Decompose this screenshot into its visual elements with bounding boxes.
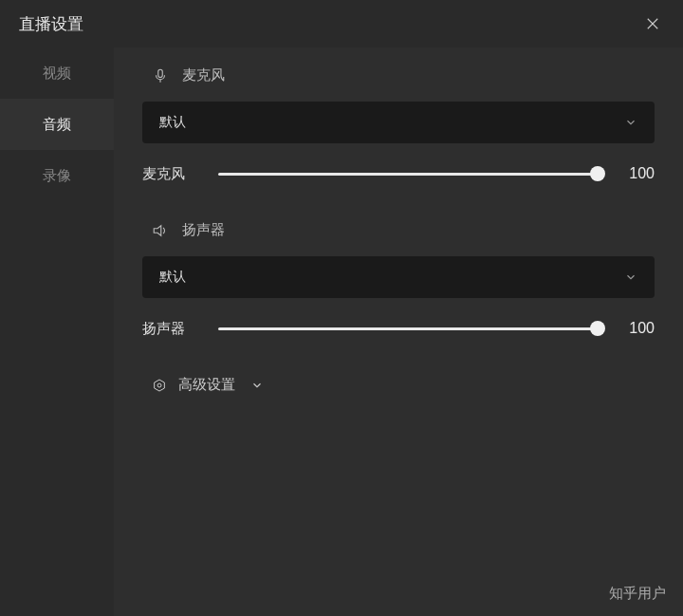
sidebar-item-video[interactable]: 视频 <box>0 47 114 99</box>
microphone-slider-value: 100 <box>617 165 655 182</box>
close-button[interactable] <box>641 12 664 35</box>
slider-thumb[interactable] <box>590 166 605 181</box>
microphone-slider[interactable] <box>218 164 598 183</box>
chevron-down-icon <box>624 271 637 284</box>
sidebar-item-recording[interactable]: 录像 <box>0 150 114 201</box>
titlebar: 直播设置 <box>0 0 683 47</box>
close-icon <box>644 15 661 32</box>
microphone-heading: 麦克风 <box>142 66 655 84</box>
speaker-heading-label: 扬声器 <box>182 221 225 239</box>
sidebar-item-label: 音频 <box>43 116 71 134</box>
microphone-slider-label: 麦克风 <box>142 165 199 183</box>
speaker-dropdown[interactable]: 默认 <box>142 256 655 298</box>
svg-marker-5 <box>155 380 165 391</box>
gear-icon <box>152 378 167 393</box>
speaker-icon <box>152 222 169 239</box>
svg-point-6 <box>157 383 161 387</box>
main-panel: 麦克风 默认 麦克风 100 扬声器 默认 <box>114 47 683 616</box>
sidebar-item-label: 视频 <box>43 65 71 83</box>
speaker-slider-value: 100 <box>617 320 655 337</box>
body: 视频 音频 录像 麦克风 默认 麦克风 <box>0 47 683 616</box>
microphone-dropdown[interactable]: 默认 <box>142 102 655 143</box>
sidebar-item-audio[interactable]: 音频 <box>0 99 114 150</box>
window-title: 直播设置 <box>19 13 83 35</box>
speaker-slider-row: 扬声器 100 <box>142 319 655 338</box>
svg-rect-2 <box>158 69 163 77</box>
speaker-heading: 扬声器 <box>142 221 655 239</box>
slider-track <box>218 327 598 330</box>
advanced-settings-toggle[interactable]: 高级设置 <box>142 376 655 394</box>
slider-thumb[interactable] <box>590 321 605 336</box>
speaker-slider[interactable] <box>218 319 598 338</box>
slider-track <box>218 173 598 176</box>
sidebar-item-label: 录像 <box>43 167 71 185</box>
speaker-slider-label: 扬声器 <box>142 320 199 338</box>
microphone-dropdown-selected: 默认 <box>159 114 186 131</box>
microphone-icon <box>152 67 169 84</box>
advanced-settings-label: 高级设置 <box>178 376 235 394</box>
svg-marker-4 <box>154 225 161 235</box>
speaker-dropdown-selected: 默认 <box>159 269 186 286</box>
watermark: 知乎用户 <box>609 585 666 603</box>
microphone-heading-label: 麦克风 <box>182 66 225 84</box>
microphone-slider-row: 麦克风 100 <box>142 164 655 183</box>
chevron-down-icon <box>250 379 264 392</box>
chevron-down-icon <box>624 116 637 129</box>
sidebar: 视频 音频 录像 <box>0 47 114 616</box>
